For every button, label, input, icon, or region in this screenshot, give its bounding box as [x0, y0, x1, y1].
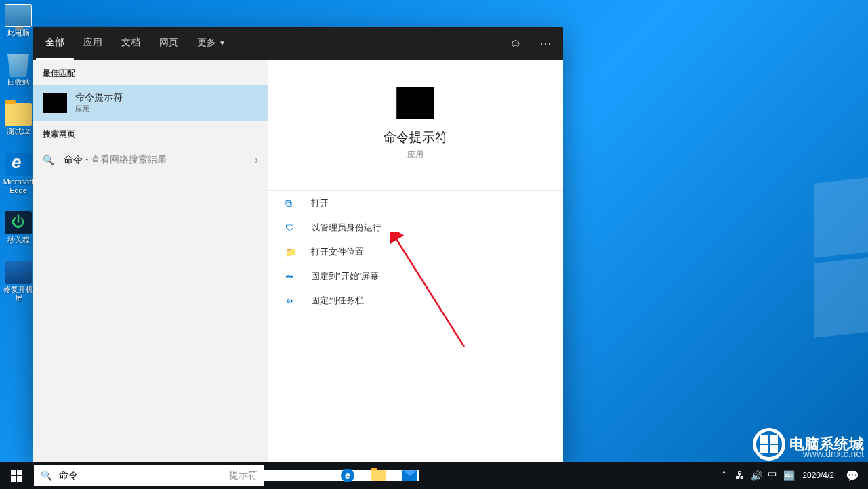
action-label: 固定到"开始"屏幕 [311, 270, 379, 282]
search-preview-pane: 命令提示符 应用 ⧉ 打开 🛡 以管理员身份运行 📁 打开文件位置 ⇴ [268, 60, 563, 462]
search-icon: 🔍 [41, 470, 52, 481]
search-tabs: 全部 应用 文档 网页 更多▼ ☺ ⋯ [33, 27, 563, 60]
desktop-icon-this-pc[interactable]: 此电脑 [1, 4, 35, 37]
taskbar-mail[interactable] [394, 462, 426, 489]
windows-icon [11, 470, 22, 482]
desktop-icon-edge[interactable]: Microsoft Edge [1, 153, 35, 195]
preview-subtitle: 应用 [268, 149, 563, 161]
tab-docs[interactable]: 文档 [112, 27, 150, 60]
desktop-icon-folder[interactable]: 测试12 [1, 103, 35, 136]
action-pin-taskbar[interactable]: ⇴ 固定到任务栏 [268, 289, 563, 313]
search-panel: 全部 应用 文档 网页 更多▼ ☺ ⋯ 最佳匹配 命令提示符 应用 搜索网页 🔍… [33, 27, 563, 462]
taskbar: 🔍 提示符 ○ ⊞ e ˄ 🖧 🔊 中 🔤 2020/4/2 💬 [0, 462, 868, 489]
action-open-location[interactable]: 📁 打开文件位置 [268, 240, 563, 264]
action-label: 固定到任务栏 [311, 295, 364, 307]
action-run-admin[interactable]: 🛡 以管理员身份运行 [268, 215, 563, 240]
desktop-icons: 此电脑 回收站 测试12 Microsoft Edge 秒关程 修复开机屏 [1, 4, 35, 320]
web-term: 命令 [64, 154, 83, 165]
taskbar-explorer[interactable] [363, 462, 394, 489]
action-label: 打开文件位置 [311, 246, 364, 258]
action-label: 以管理员身份运行 [311, 221, 381, 234]
tray-clock[interactable]: 2020/4/2 [797, 471, 840, 480]
preview-title: 命令提示符 [268, 129, 563, 146]
start-button[interactable] [0, 462, 33, 489]
task-view-button[interactable]: ⊞ [301, 462, 332, 489]
icon-label: Microsoft Edge [1, 177, 35, 195]
tab-more[interactable]: 更多▼ [188, 27, 235, 60]
system-tray: ˄ 🖧 🔊 中 🔤 2020/4/2 💬 [716, 462, 868, 489]
action-center-button[interactable]: 💬 [840, 462, 865, 489]
taskbar-search-box[interactable]: 🔍 提示符 [34, 465, 264, 486]
action-label: 打开 [311, 197, 329, 209]
section-web: 搜索网页 [33, 121, 268, 146]
pin-icon: ⇴ [285, 295, 300, 306]
tray-chevron-up-icon[interactable]: ˄ [716, 462, 732, 489]
watermark-url: www.dnxtc.net [803, 448, 864, 459]
tray-ime-icon[interactable]: 中 [764, 462, 781, 489]
folder-icon: 📁 [285, 247, 300, 257]
desktop-icon-app[interactable]: 秒关程 [1, 211, 35, 244]
tray-volume-icon[interactable]: 🔊 [748, 462, 764, 489]
pin-icon: ⇴ [285, 271, 300, 282]
web-search-result[interactable]: 🔍 命令 - 查看网络搜索结果 › [33, 146, 268, 174]
cortana-button[interactable]: ○ [270, 462, 301, 489]
chevron-right-icon: › [255, 154, 258, 165]
web-desc: - 查看网络搜索结果 [83, 154, 167, 165]
more-options-icon[interactable]: ⋯ [531, 27, 560, 60]
result-subtitle: 应用 [75, 104, 123, 114]
icon-label: 回收站 [1, 78, 35, 87]
desktop-icon-recycle-bin[interactable]: 回收站 [1, 54, 35, 87]
preview-actions: ⧉ 打开 🛡 以管理员身份运行 📁 打开文件位置 ⇴ 固定到"开始"屏幕 ⇴ [268, 190, 563, 313]
result-title: 命令提示符 [75, 91, 123, 104]
tab-web[interactable]: 网页 [150, 27, 188, 60]
desktop-icon-fix[interactable]: 修复开机屏 [1, 261, 35, 303]
icon-label: 修复开机屏 [1, 285, 35, 303]
open-icon: ⧉ [285, 198, 300, 209]
admin-icon: 🛡 [285, 222, 300, 233]
search-results-list: 最佳匹配 命令提示符 应用 搜索网页 🔍 命令 - 查看网络搜索结果 › [33, 60, 268, 462]
action-open[interactable]: ⧉ 打开 [268, 191, 563, 215]
cmd-icon [43, 93, 67, 113]
icon-label: 秒关程 [1, 236, 35, 244]
feedback-icon[interactable]: ☺ [501, 27, 531, 60]
tab-all[interactable]: 全部 [36, 27, 74, 60]
result-cmd[interactable]: 命令提示符 应用 [33, 85, 268, 121]
chevron-down-icon: ▼ [219, 39, 226, 47]
taskbar-edge[interactable]: e [332, 462, 363, 489]
search-icon: 🔍 [43, 154, 54, 165]
tray-input-icon[interactable]: 🔤 [781, 462, 797, 489]
icon-label: 测试12 [1, 127, 35, 136]
preview-cmd-icon [396, 87, 434, 119]
section-best-match: 最佳匹配 [33, 60, 268, 85]
tab-apps[interactable]: 应用 [74, 27, 112, 60]
action-pin-start[interactable]: ⇴ 固定到"开始"屏幕 [268, 264, 563, 289]
tray-network-icon[interactable]: 🖧 [732, 462, 748, 489]
